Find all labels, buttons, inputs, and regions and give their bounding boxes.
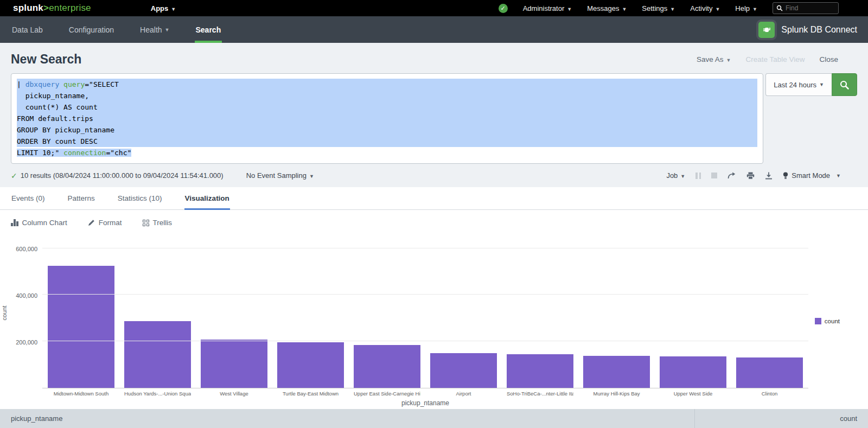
column-header-pickup-ntaname[interactable]: pickup_ntaname (0, 409, 694, 428)
menu-label: Help (735, 4, 750, 12)
y-tick-label: 600,000 (16, 246, 37, 252)
bar-slot (354, 238, 420, 388)
run-search-button[interactable] (832, 73, 857, 96)
query-line: FROM default.trips (17, 113, 757, 124)
format-button[interactable]: Format (88, 219, 122, 227)
x-axis-label: Midtown-Midtown South (48, 388, 114, 397)
nav-item-search[interactable]: Search (195, 16, 222, 43)
nav-item-health[interactable]: Health▼ (139, 16, 170, 43)
legend-label: count (825, 318, 840, 324)
apps-menu[interactable]: Apps▼ (151, 4, 176, 12)
gridline (42, 248, 808, 248)
y-axis: count 200,000400,000600,000 (0, 238, 42, 388)
menu-label: Settings (642, 4, 667, 12)
query-line: GROUP BY pickup_ntaname (17, 124, 757, 136)
tab-visualization[interactable]: Visualization (184, 187, 230, 209)
query-line: | dbxquery query="SELECT (17, 79, 757, 90)
bar-SoHo-TriBeCa-...nter-Little Italy[interactable] (507, 354, 573, 388)
pause-job-icon (695, 173, 701, 179)
query-line: ORDER BY count DESC (17, 136, 757, 147)
job-label: Job (666, 171, 678, 180)
save-as-button[interactable]: Save As▼ (697, 55, 731, 63)
pencil-icon (88, 219, 95, 226)
bar-Midtown-Midtown South[interactable] (48, 266, 114, 388)
tab-label: Statistics (10) (118, 194, 162, 202)
statistics-table-header: pickup_ntaname count (0, 409, 868, 428)
trellis-button[interactable]: Trellis (143, 219, 173, 227)
bar-slot (736, 238, 803, 388)
menu-settings[interactable]: Settings▼ (642, 4, 675, 12)
chevron-down-icon: ▼ (670, 7, 675, 12)
bar-slot (201, 238, 267, 388)
chart-type-picker[interactable]: Column Chart (11, 219, 67, 227)
bar-Murray Hill-Kips Bay[interactable] (583, 356, 650, 388)
tab-label: Visualization (185, 194, 229, 202)
bar-West Village[interactable] (201, 340, 267, 388)
logo-splunk: splunk (13, 3, 43, 14)
menu-activity[interactable]: Activity▼ (690, 4, 720, 12)
nav-label: Health (140, 25, 162, 34)
menu-help[interactable]: Help▼ (735, 4, 757, 12)
bar-slot (660, 238, 726, 388)
chevron-down-icon: ▼ (819, 82, 824, 87)
x-axis-label: Hudson Yards-...-Union Square (124, 388, 191, 397)
stop-job-icon (711, 173, 717, 178)
chevron-down-icon: ▼ (171, 7, 176, 12)
logo-gt: > (43, 3, 49, 14)
nav-label: Data Lab (12, 25, 43, 34)
x-labels: Midtown-Midtown SouthHudson Yards-...-Un… (42, 388, 808, 397)
bar-Clinton[interactable] (736, 357, 803, 388)
share-job-icon[interactable] (727, 172, 736, 179)
bar-Turtle Bay-East Midtown[interactable] (277, 342, 344, 388)
find-search-box[interactable] (773, 2, 839, 14)
print-icon[interactable] (746, 172, 755, 180)
job-menu[interactable]: Job▼ (666, 171, 685, 180)
time-range-picker[interactable]: Last 24 hours▼ (765, 73, 832, 96)
chevron-down-icon: ▼ (567, 7, 572, 12)
close-button[interactable]: Close (819, 55, 838, 63)
chevron-down-icon: ▼ (165, 27, 170, 33)
export-download-icon[interactable] (765, 172, 773, 180)
search-mode-menu[interactable]: Smart Mode▼ (783, 171, 841, 180)
health-status-icon[interactable]: ✓ (499, 4, 508, 13)
nav-item-data-lab[interactable]: Data Lab (11, 16, 44, 43)
nav-label: Configuration (69, 25, 114, 34)
tab-label: Events (0) (11, 194, 45, 202)
bars (42, 238, 808, 388)
menu-administrator[interactable]: Administrator▼ (523, 4, 572, 12)
x-axis-label: Turtle Bay-East Midtown (277, 388, 344, 397)
menu-messages[interactable]: Messages▼ (587, 4, 627, 12)
nav-item-configuration[interactable]: Configuration (68, 16, 115, 43)
trellis-grid-icon (143, 220, 149, 226)
x-axis-label: Upper West Side (660, 388, 726, 397)
results-tabs: Events (0) Patterns Statistics (10) Visu… (0, 187, 868, 210)
event-sampling-menu[interactable]: No Event Sampling▼ (246, 171, 314, 180)
x-axis-title: pickup_ntaname (42, 397, 808, 407)
db-connect-plug-icon[interactable] (758, 22, 775, 38)
column-header-count[interactable]: count (694, 409, 868, 428)
app-title: Splunk DB Connect (781, 25, 857, 35)
search-icon (776, 5, 783, 11)
bar-Upper West Side[interactable] (660, 356, 726, 388)
bar-Airport[interactable] (430, 353, 497, 388)
menu-label: Administrator (523, 4, 565, 12)
y-axis-title: count (1, 306, 8, 321)
tab-patterns[interactable]: Patterns (67, 187, 95, 209)
chevron-down-icon: ▼ (715, 7, 720, 12)
bar-Hudson Yards-...-Union Square[interactable] (124, 321, 191, 388)
y-tick-label: 400,000 (16, 292, 37, 299)
format-label: Format (99, 219, 122, 227)
legend-swatch (815, 318, 821, 324)
y-tick-label: 200,000 (16, 339, 37, 346)
bar-Upper East Side-Carnegie Hill[interactable] (354, 345, 420, 388)
top-bar: splunk>enterprise Apps▼ ✓ Administrator▼… (0, 0, 868, 16)
menu-label: Activity (690, 4, 712, 12)
tab-events[interactable]: Events (0) (11, 187, 46, 209)
search-query-editor[interactable]: | dbxquery query="SELECT pickup_ntaname,… (11, 73, 763, 164)
chart-legend[interactable]: count (815, 318, 840, 324)
apps-label: Apps (151, 4, 169, 12)
find-input[interactable] (786, 4, 829, 12)
tab-statistics[interactable]: Statistics (10) (117, 187, 163, 209)
gridline (42, 341, 808, 341)
bar-slot (124, 238, 191, 388)
